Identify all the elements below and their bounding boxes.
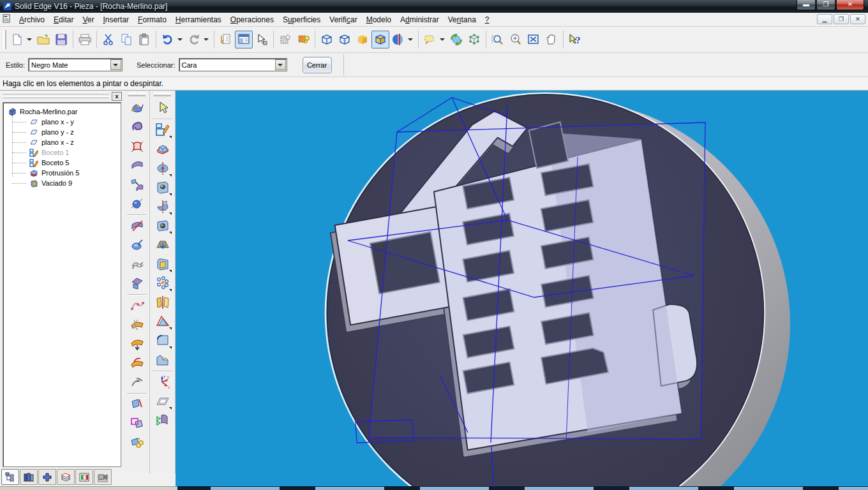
copy-surface-button[interactable] [127,433,147,452]
revolved-cutout-button[interactable] [153,197,173,216]
close-button[interactable]: ✕ [836,0,864,10]
menu-modelo[interactable]: Modelo [362,14,396,26]
round-button[interactable] [153,331,173,350]
tab-animation[interactable] [94,469,112,485]
open-button[interactable] [34,31,52,48]
menu-ayuda[interactable]: ? [481,14,494,26]
tab-sensors[interactable] [75,469,93,485]
callouts-dropdown-icon[interactable] [440,38,445,41]
shaded-view-button[interactable] [354,31,371,48]
document-icon[interactable] [3,14,11,25]
toolbar-grip[interactable] [154,93,171,96]
menu-editar[interactable]: Editar [49,14,78,26]
tree-item-plano-y-z[interactable]: plano y - z [3,127,121,137]
redo-dropdown-icon[interactable] [204,38,209,41]
cerrar-button[interactable]: Cerrar [303,57,332,73]
new-button[interactable] [8,31,26,48]
thin-wall-button[interactable] [153,255,173,274]
menu-verificar[interactable]: Verificar [325,14,361,26]
sphere-button[interactable] [127,194,147,213]
mirror-button[interactable] [153,293,173,312]
save-button[interactable] [52,31,70,48]
extruded-surface-button[interactable] [127,156,147,175]
pan-button[interactable] [542,31,560,48]
viewport[interactable] [176,91,868,486]
menu-archivo[interactable]: Archivo [15,14,49,26]
offset-surface-button[interactable] [127,175,147,194]
extend-surface-button[interactable] [127,395,147,414]
reference-plane-button[interactable] [153,392,173,411]
tree-item-plano-x-z[interactable]: plano x - z [3,137,121,147]
cutout-button[interactable] [153,178,173,197]
keypoint-curve-button[interactable] [127,255,147,274]
select-tool-button[interactable] [253,31,271,48]
toolbar-grip[interactable] [3,30,6,49]
curve-by-points-button[interactable] [127,296,147,315]
common-views-button[interactable] [465,31,483,48]
menu-ventana[interactable]: Ventana [444,14,481,26]
mdi-minimize-button[interactable]: ▁ [817,14,832,24]
swept-surface-button[interactable] [127,98,147,117]
rotate-view-button[interactable] [447,31,465,48]
intersect-surface-button[interactable] [127,216,147,235]
zoom-area-button[interactable] [489,31,507,48]
menu-insertar[interactable]: Insertar [98,14,133,26]
tree-item-boceto-5[interactable]: Boceto 5 [3,158,121,168]
menu-operaciones[interactable]: Operaciones [226,14,278,26]
callouts-button[interactable] [421,31,439,48]
activate-part-button[interactable] [276,31,294,48]
edgebar-close-icon[interactable]: x [112,92,122,101]
update-document-button[interactable] [217,31,235,48]
zoom-button[interactable] [507,31,525,48]
hole-button[interactable] [153,216,173,235]
pattern-button[interactable] [153,274,173,293]
split-curve-button[interactable] [127,373,147,392]
cut-button[interactable] [100,31,117,48]
wireframe-view-button[interactable] [318,31,336,48]
tab-family-of-parts[interactable] [38,469,56,485]
tab-feature-library[interactable] [20,469,38,485]
revolved-protrusion-button[interactable] [153,159,173,178]
viewport-canvas[interactable] [176,91,868,486]
tree-item-root[interactable]: Rocha-Merlino.par [3,107,121,117]
fit-button[interactable] [525,31,542,48]
sketch-wireframe[interactable] [348,98,705,486]
section-view-button[interactable] [389,31,407,48]
menu-administrar[interactable]: Administrar [396,14,444,26]
tab-pathfinder[interactable] [1,469,19,485]
mdi-close-button[interactable]: ✕ [850,14,865,24]
undo-dropdown-icon[interactable] [177,38,183,41]
rib-button[interactable] [153,235,173,255]
minimize-button[interactable]: ▬ [797,0,816,10]
project-curve-button[interactable] [127,235,147,255]
help-button[interactable]: ? [566,31,584,48]
section-view-dropdown-icon[interactable] [408,38,413,41]
bluesurf-button[interactable] [127,274,147,293]
shaded-with-edges-view-button[interactable] [371,31,389,48]
intersection-curve-button[interactable] [127,315,147,334]
style-combo-arrow[interactable] [110,59,121,70]
mdi-restore-button[interactable]: ❐ [834,14,849,24]
helix-surface-button[interactable] [127,117,147,137]
toolbar-grip[interactable] [128,93,146,96]
replace-face-button[interactable] [127,414,147,433]
menu-superficies[interactable]: Superficies [278,14,325,26]
chamfer-button[interactable] [153,350,173,369]
draft-button[interactable] [153,312,173,331]
edgebar-toggle[interactable] [235,31,253,48]
undo-button[interactable] [159,31,177,48]
select-combobox[interactable]: Cara [179,58,287,71]
menu-ver[interactable]: Ver [78,14,98,26]
select-combo-arrow[interactable] [275,59,286,70]
edgebar-header[interactable]: x [1,91,123,101]
pathfinder-tree[interactable]: Rocha-Merlino.par plano x - y plano y - … [3,102,121,467]
tree-item-boceto-1[interactable]: Boceto 1 [3,147,121,158]
tree-item-protrusion-5[interactable]: Protrusión 5 [3,168,121,178]
menu-herramientas[interactable]: Herramientas [171,14,226,26]
select-button[interactable] [153,98,173,117]
menu-formato[interactable]: Formato [133,14,171,26]
paste-as-link-button[interactable] [294,31,312,48]
coordinate-system-button[interactable]: zyx [153,373,173,392]
copy-button[interactable] [117,31,135,48]
hidden-edges-view-button[interactable] [336,31,354,48]
